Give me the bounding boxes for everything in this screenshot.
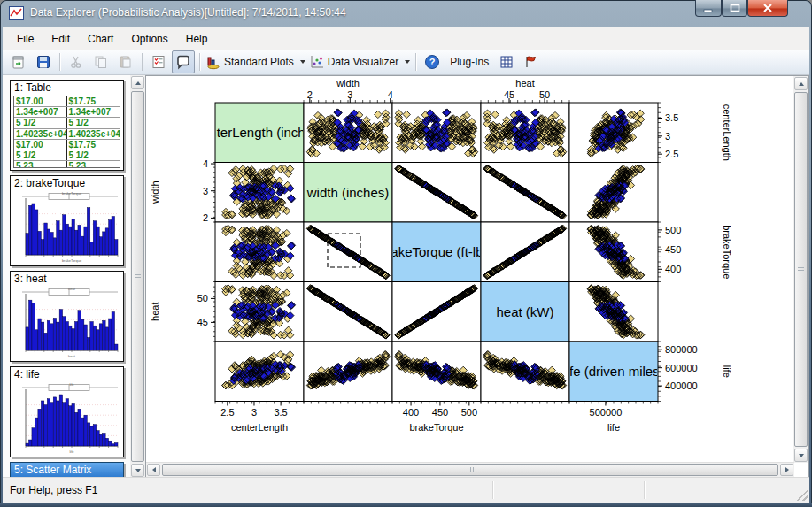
status-help-text: For Help, press F1 [3, 484, 492, 496]
close-button[interactable] [747, 0, 788, 17]
help-button[interactable]: ? [421, 50, 444, 73]
svg-text:2.5: 2.5 [665, 149, 678, 159]
thumbnail-heat-hist[interactable]: 3: heat heatheat [10, 271, 124, 362]
svg-text:2: 2 [307, 89, 313, 100]
paste-button[interactable] [114, 50, 137, 73]
plugins-label[interactable]: Plug-Ins [450, 56, 489, 68]
svg-text:?: ? [429, 57, 436, 67]
svg-text:3.5: 3.5 [274, 407, 287, 418]
app-window: Data Explorer (Probabilistic Analysis)[U… [0, 0, 812, 507]
svg-text:4: 4 [203, 158, 208, 169]
save-button[interactable] [32, 50, 55, 73]
chart-vscroll-thumb[interactable] [794, 92, 808, 447]
svg-text:500: 500 [461, 407, 477, 418]
help-icon: ? [424, 54, 440, 70]
status-pane [645, 478, 809, 503]
status-pane [493, 478, 644, 503]
svg-text:500: 500 [665, 225, 681, 235]
toolbar: Standard Plots Data Visualizer ? Plug-In… [3, 50, 809, 75]
save-icon [35, 54, 51, 70]
svg-text:600000: 600000 [665, 363, 698, 373]
open-button[interactable] [7, 50, 30, 73]
maximize-button[interactable] [722, 0, 747, 17]
chart-hscroll-thumb[interactable] [162, 464, 778, 476]
resize-grip-icon[interactable] [796, 489, 808, 501]
menu-chart[interactable]: Chart [79, 29, 122, 49]
svg-text:brakeTorque: brakeTorque [409, 422, 463, 433]
standard-plots-label: Standard Plots [224, 56, 294, 68]
open-icon [11, 54, 27, 70]
data-visualizer-button[interactable]: Data Visualizer [308, 50, 411, 73]
thumbnail-panel: 1: Table $17.00$17.751.34e+0071.34e+0075… [3, 75, 130, 478]
svg-text:3: 3 [203, 186, 208, 196]
standard-plots-button[interactable]: Standard Plots [205, 50, 306, 73]
paste-icon [118, 54, 134, 70]
thumbnail-table[interactable]: 1: Table $17.00$17.751.34e+0071.34e+0075… [10, 80, 124, 171]
checklist-button[interactable] [147, 50, 170, 73]
title-bar[interactable]: Data Explorer (Probabilistic Analysis)[U… [0, 0, 812, 27]
toolbar-separator [199, 53, 200, 71]
svg-text:width: width [336, 78, 360, 88]
thumbnail-scatter-matrix-selected[interactable]: 5: Scatter Matrix [10, 462, 124, 477]
sidebar-scrollbar[interactable] [130, 75, 145, 478]
scroll-down-icon[interactable] [131, 464, 144, 477]
menu-bar: File Edit Chart Options Help [3, 27, 809, 50]
table-preview: $17.00$17.751.34e+0071.34e+0075 1/25 1/2… [13, 96, 120, 168]
thumbnail-life-hist[interactable]: 4: life lifelife [10, 366, 124, 457]
window-frame-bottom [0, 503, 812, 507]
flag-icon [523, 54, 539, 70]
svg-text:450: 450 [665, 244, 681, 255]
toolbar-separator [59, 53, 60, 71]
table-row: 5 1/25 1/2 [14, 118, 120, 128]
thumbnail-title: 2: brakeTorque [11, 176, 123, 191]
thumbnail-title: 5: Scatter Matrix [11, 463, 123, 477]
svg-text:45: 45 [197, 317, 208, 327]
dropdown-arrow-icon [405, 60, 410, 64]
window-title: Data Explorer (Probabilistic Analysis)[U… [30, 6, 346, 19]
thumbnail-braketorque-hist[interactable]: 2: brakeTorque brakeTorquebrakeTorque [10, 175, 124, 266]
chart-canvas[interactable]: width234heat45502.533.5centerLength40045… [145, 75, 809, 478]
svg-text:3: 3 [665, 131, 670, 142]
menu-help[interactable]: Help [177, 29, 217, 49]
svg-text:centerLength: centerLength [722, 104, 732, 161]
svg-text:400: 400 [665, 264, 681, 274]
toolbar-separator [415, 53, 416, 71]
svg-text:2.5: 2.5 [220, 407, 234, 418]
svg-text:3: 3 [251, 407, 257, 418]
menu-edit[interactable]: Edit [43, 29, 79, 49]
svg-text:life: life [69, 382, 74, 387]
scroll-down-icon[interactable] [794, 449, 808, 462]
svg-text:brakeTorque: brakeTorque [62, 191, 82, 196]
scroll-up-icon[interactable] [131, 76, 144, 89]
menu-options[interactable]: Options [122, 29, 176, 49]
table-row: 1.40235e+0411.40235e+041 [14, 129, 120, 140]
comment-button[interactable] [172, 50, 195, 73]
histogram-life: lifelife [11, 382, 123, 457]
svg-text:heat: heat [68, 287, 76, 291]
chart-vertical-scrollbar[interactable] [793, 76, 808, 463]
cut-button[interactable] [65, 50, 88, 73]
sidebar-scrollbar-thumb[interactable] [131, 91, 144, 462]
table-row: 5 1/25 1/2 [14, 150, 120, 161]
comment-bubble-icon [175, 54, 191, 70]
bar-chart-icon [205, 54, 221, 70]
svg-text:heat: heat [150, 303, 160, 321]
scroll-right-icon[interactable] [780, 464, 793, 476]
status-bar: For Help, press F1 [3, 477, 809, 503]
svg-text:centerLength: centerLength [231, 422, 288, 433]
diag-label-centerLength: centerLength (inches) [216, 104, 303, 162]
chart-horizontal-scrollbar[interactable] [146, 462, 794, 477]
table-row: 5.235.23 [14, 161, 120, 168]
scroll-up-icon[interactable] [794, 77, 808, 90]
table-row: 1.34e+0071.34e+007 [14, 107, 120, 118]
svg-text:800000: 800000 [665, 344, 698, 355]
diag-label-width: width (inches) [305, 164, 391, 222]
flag-button[interactable] [520, 50, 543, 73]
thumbnail-title: 1: Table [11, 81, 123, 96]
menu-file[interactable]: File [8, 29, 43, 49]
scroll-left-icon[interactable] [147, 464, 160, 476]
diag-label-heat: heat (kW) [482, 283, 568, 342]
matrix-grid-button[interactable] [495, 50, 518, 73]
minimize-button[interactable] [695, 0, 722, 17]
copy-button[interactable] [89, 50, 112, 73]
